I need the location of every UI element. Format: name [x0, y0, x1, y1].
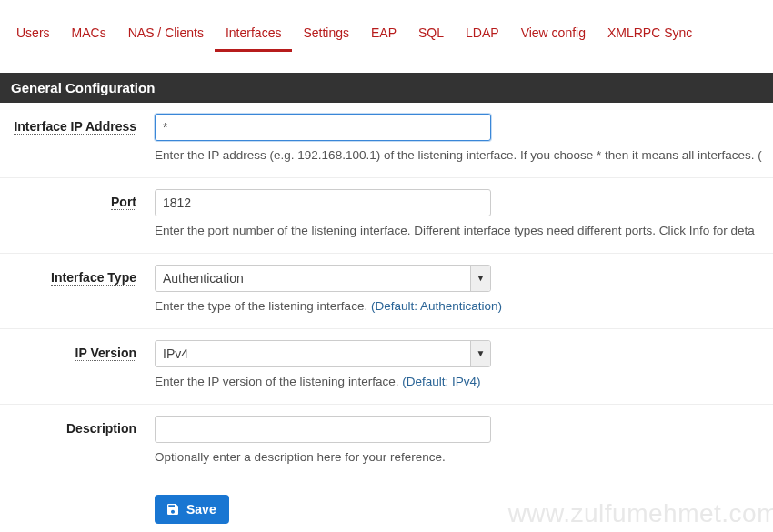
row-interface-type: Interface Type Authentication ▼ Enter th… — [0, 254, 773, 329]
tab-settings[interactable]: Settings — [292, 16, 360, 52]
row-ip-version: IP Version IPv4 ▼ Enter the IP version o… — [0, 329, 773, 405]
form-area: Interface IP Address Enter the IP addres… — [0, 103, 773, 478]
section-title: General Configuration — [0, 73, 773, 103]
tab-interfaces[interactable]: Interfaces — [215, 16, 292, 52]
label-ip-version: IP Version — [75, 346, 136, 361]
tab-sql[interactable]: SQL — [407, 16, 455, 52]
label-description: Description — [66, 421, 136, 436]
default-link-iftype[interactable]: (Default: Authentication) — [371, 299, 502, 313]
row-description: Description Optionally enter a descripti… — [0, 405, 773, 479]
default-link-ipver[interactable]: (Default: IPv4) — [402, 375, 480, 388]
label-port: Port — [111, 195, 136, 210]
row-interface-ip: Interface IP Address Enter the IP addres… — [0, 103, 773, 178]
row-port: Port Enter the port number of the listen… — [0, 178, 773, 254]
save-button-label: Save — [186, 502, 216, 517]
help-ip-version: Enter the IP version of the listening in… — [155, 374, 764, 391]
tab-xmlrpc-sync[interactable]: XMLRPC Sync — [597, 16, 703, 52]
tab-ldap[interactable]: LDAP — [455, 16, 510, 52]
tab-nas-clients[interactable]: NAS / Clients — [117, 16, 215, 52]
help-port: Enter the port number of the listening i… — [155, 223, 764, 240]
tab-macs[interactable]: MACs — [61, 16, 117, 52]
help-interface-ip: Enter the IP address (e.g. 192.168.100.1… — [155, 147, 764, 165]
save-button[interactable]: Save — [155, 495, 229, 524]
interface-ip-input[interactable] — [155, 114, 491, 141]
save-icon — [166, 502, 180, 517]
tab-eap[interactable]: EAP — [360, 16, 407, 52]
tab-view-config[interactable]: View config — [510, 16, 597, 52]
port-input[interactable] — [155, 189, 491, 216]
help-interface-type: Enter the type of the listening interfac… — [155, 298, 764, 316]
ip-version-select[interactable]: IPv4 — [155, 340, 491, 367]
description-input[interactable] — [155, 416, 491, 443]
label-interface-ip: Interface IP Address — [14, 119, 136, 135]
tab-users[interactable]: Users — [5, 16, 61, 52]
help-description: Optionally enter a description here for … — [155, 449, 764, 467]
watermark: www.zulfumehmet.com — [508, 499, 773, 528]
nav-tabs: Users MACs NAS / Clients Interfaces Sett… — [0, 16, 773, 53]
interface-type-select[interactable]: Authentication — [155, 265, 491, 292]
label-interface-type: Interface Type — [51, 270, 136, 286]
